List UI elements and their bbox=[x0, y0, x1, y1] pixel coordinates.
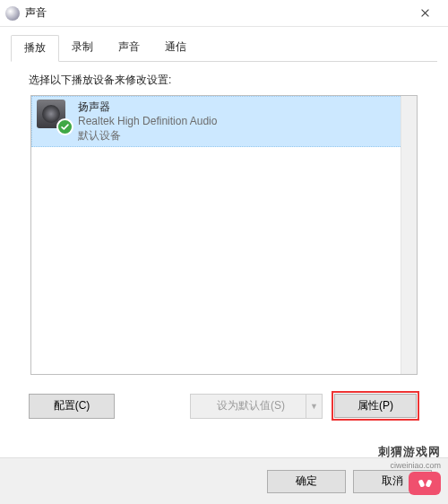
device-status: 默认设备 bbox=[78, 128, 217, 143]
device-list: 扬声器 Realtek High Definition Audio 默认设备 bbox=[29, 93, 419, 377]
chevron-down-icon: ▼ bbox=[310, 402, 318, 411]
device-driver: Realtek High Definition Audio bbox=[78, 114, 217, 128]
close-button[interactable] bbox=[407, 2, 443, 25]
set-default-dropdown: ▼ bbox=[306, 394, 323, 419]
device-icon bbox=[37, 100, 71, 134]
device-item[interactable]: 扬声器 Realtek High Definition Audio 默认设备 bbox=[31, 96, 417, 147]
dialog-button-bar: 确定 取消 bbox=[0, 457, 448, 504]
tab-comm[interactable]: 通信 bbox=[152, 35, 199, 62]
close-icon bbox=[420, 8, 430, 18]
configure-button[interactable]: 配置(C) bbox=[29, 394, 115, 419]
ok-button[interactable]: 确定 bbox=[267, 470, 346, 493]
properties-highlight: 属性(P) bbox=[332, 391, 419, 421]
watermark-logo-icon bbox=[409, 472, 441, 495]
properties-button[interactable]: 属性(P) bbox=[334, 394, 417, 418]
device-name: 扬声器 bbox=[78, 100, 217, 114]
tab-record[interactable]: 录制 bbox=[59, 35, 106, 62]
window-icon bbox=[5, 6, 20, 21]
prompt-text: 选择以下播放设备来修改设置: bbox=[29, 73, 419, 88]
window-title: 声音 bbox=[25, 5, 407, 21]
default-check-icon bbox=[56, 118, 73, 135]
tab-sound[interactable]: 声音 bbox=[106, 35, 152, 62]
tab-strip: 播放 录制 声音 通信 bbox=[11, 34, 437, 62]
tab-play[interactable]: 播放 bbox=[11, 35, 59, 62]
set-default-button: 设为默认值(S) bbox=[190, 394, 306, 419]
